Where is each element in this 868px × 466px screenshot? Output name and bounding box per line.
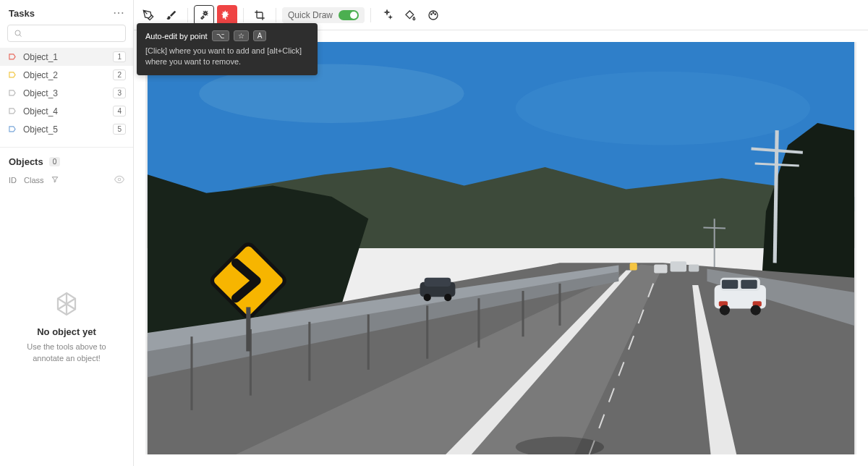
task-label: Object_1	[23, 52, 113, 62]
crop-tool-button[interactable]	[250, 5, 270, 25]
task-label: Object_2	[23, 70, 113, 80]
palette-tool-button[interactable]	[423, 5, 443, 25]
kbd-key: A	[253, 30, 267, 41]
eye-icon[interactable]	[114, 174, 124, 186]
col-class: Class	[24, 176, 44, 185]
empty-icon	[54, 291, 80, 319]
quick-draw-label: Quick Draw	[288, 10, 333, 20]
polygon-icon	[7, 52, 19, 62]
svg-point-5	[433, 12, 433, 13]
col-id: ID	[9, 176, 17, 185]
toggle-on-icon	[339, 10, 359, 20]
canvas-area[interactable]	[134, 30, 868, 466]
filter-icon[interactable]	[51, 176, 59, 185]
bucket-tool-button[interactable]	[400, 5, 420, 25]
magic-wand-tool-button[interactable]	[194, 5, 214, 25]
tasks-more-icon[interactable]: ⋯	[113, 7, 124, 19]
svg-line-14	[703, 228, 726, 229]
canvas-image	[145, 42, 856, 454]
svg-rect-26	[425, 278, 451, 287]
sidebar: Tasks ⋯ Object_1 1 Object_2 2 Object_3 3	[0, 0, 134, 466]
svg-line-1	[20, 35, 21, 36]
task-list: Object_1 1 Object_2 2 Object_3 3 Object_…	[0, 48, 133, 138]
svg-rect-39	[689, 264, 699, 271]
auto-edit-tool-button[interactable]	[217, 5, 237, 25]
task-label: Object_5	[23, 124, 113, 135]
task-badge: 4	[113, 106, 126, 116]
toolbar-separator	[243, 8, 244, 22]
svg-rect-40	[630, 263, 637, 270]
empty-subtitle: Use the tools above to annotate an objec…	[20, 342, 114, 364]
tasks-title: Tasks	[9, 8, 35, 19]
svg-point-9	[516, 72, 810, 145]
svg-point-27	[424, 294, 431, 301]
search-icon	[14, 29, 22, 38]
toolbar-separator	[370, 8, 371, 22]
toolbar-separator	[276, 8, 276, 22]
svg-rect-32	[741, 280, 757, 289]
kbd-key: ⌥	[212, 30, 229, 41]
polygon-icon	[7, 106, 19, 116]
task-item[interactable]: Object_1 1	[0, 48, 133, 66]
task-item[interactable]: Object_2 2	[0, 66, 133, 84]
svg-point-28	[444, 294, 451, 301]
svg-rect-37	[654, 264, 667, 273]
task-item[interactable]: Object_3 3	[0, 84, 133, 102]
svg-point-2	[118, 178, 121, 181]
svg-point-0	[15, 30, 20, 35]
tool-tooltip: Auto-edit by point ⌥ ☆ A [Click] where y…	[137, 23, 318, 75]
toolbar-separator	[187, 8, 188, 22]
brush-tool-button[interactable]	[161, 5, 182, 25]
main: Quick Draw Auto-edit by point ⌥ ☆ A [Cli…	[134, 0, 868, 466]
task-badge: 1	[113, 51, 126, 62]
task-label: Object_3	[23, 88, 113, 98]
svg-point-36	[751, 305, 761, 315]
sparkle-tool-button[interactable]	[377, 5, 397, 25]
task-badge: 3	[113, 88, 126, 98]
polygon-icon	[7, 88, 19, 98]
svg-point-6	[435, 14, 435, 14]
objects-title: Objects	[9, 156, 43, 167]
tooltip-title: Auto-edit by point	[145, 32, 208, 41]
objects-columns: ID Class	[0, 171, 133, 189]
task-badge: 2	[113, 69, 126, 80]
kbd-key: ☆	[234, 30, 249, 41]
objects-count-badge: 0	[49, 157, 61, 166]
quick-draw-toggle[interactable]: Quick Draw	[282, 7, 365, 23]
svg-rect-31	[722, 280, 738, 289]
search-input[interactable]	[7, 25, 126, 42]
task-label: Object_4	[23, 106, 113, 116]
task-badge: 5	[113, 124, 126, 135]
polygon-icon	[7, 124, 19, 135]
polygon-icon	[7, 70, 19, 80]
svg-point-4	[431, 14, 432, 14]
pen-tool-button[interactable]	[138, 5, 158, 25]
svg-point-35	[720, 305, 730, 315]
tooltip-body: [Click] where you want to add and [alt+C…	[145, 46, 309, 68]
task-item[interactable]: Object_4 4	[0, 102, 133, 120]
task-item[interactable]: Object_5 5	[0, 120, 133, 138]
svg-rect-38	[671, 261, 686, 271]
empty-state: No object yet Use the tools above to ann…	[0, 189, 133, 466]
empty-title: No object yet	[37, 326, 96, 337]
